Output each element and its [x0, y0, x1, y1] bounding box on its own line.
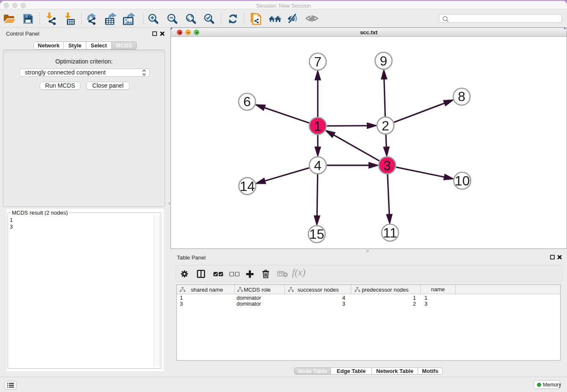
- svg-text:1: 1: [314, 119, 322, 134]
- svg-text:15: 15: [309, 226, 325, 242]
- svg-text:8: 8: [458, 89, 465, 104]
- svg-text:4: 4: [314, 158, 322, 173]
- svg-text:6: 6: [243, 94, 251, 109]
- svg-text:11: 11: [383, 225, 397, 240]
- svg-text:3: 3: [383, 158, 391, 173]
- svg-text:14: 14: [240, 179, 255, 194]
- svg-text:10: 10: [455, 173, 470, 188]
- svg-text:2: 2: [382, 118, 389, 133]
- svg-text:9: 9: [380, 53, 388, 69]
- svg-text:7: 7: [314, 54, 322, 69]
